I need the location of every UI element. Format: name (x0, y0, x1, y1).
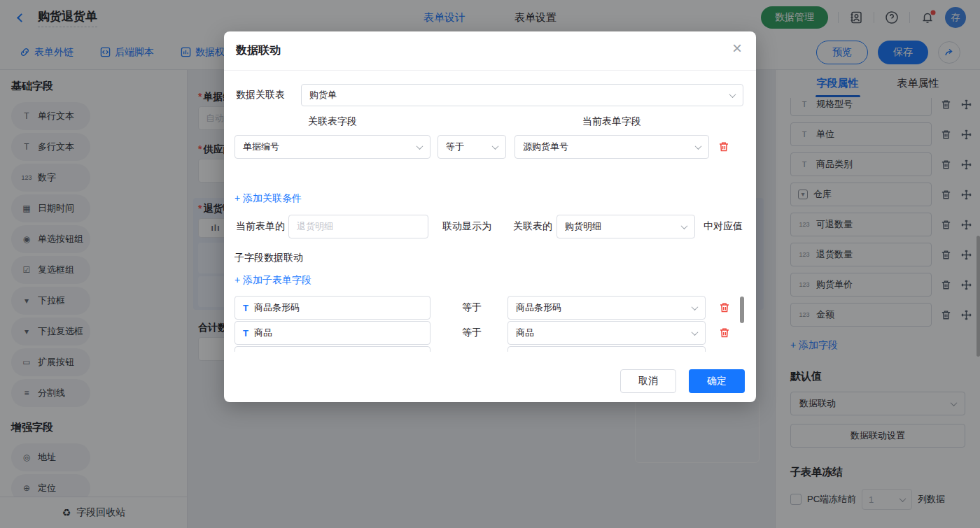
relation-table-select[interactable]: 购货单 (301, 84, 743, 106)
chevron-down-icon (692, 329, 699, 336)
data-linkage-modal: 数据联动 × 数据关联表 购货单 关联表字段 当前表单字段 单据编号 等于 源购… (224, 31, 756, 402)
equals-label: 等于 (462, 327, 482, 339)
display-as-label: 联动显示为 (442, 220, 491, 233)
condition-left-select[interactable]: 单据编号 (234, 135, 430, 159)
add-subfield-link[interactable]: + 添加子表单字段 (234, 274, 312, 287)
condition-operator-select[interactable]: 等于 (438, 135, 506, 159)
subfield-row-partial (234, 346, 746, 352)
corresponding-value-label: 中对应值 (704, 220, 743, 233)
relation-table-label: 数据关联表 (236, 89, 285, 101)
subfield-linkage-title: 子字段数据联动 (234, 252, 303, 264)
current-form-prefix: 当前表单的 (236, 220, 285, 233)
delete-subfield-icon[interactable] (718, 327, 731, 339)
confirm-button[interactable]: 确定 (689, 369, 745, 393)
subfield-right-select[interactable]: 商品条形码 (507, 296, 706, 320)
add-condition-link[interactable]: + 添加关联条件 (234, 192, 302, 205)
chevron-down-icon (729, 91, 736, 98)
relation-detail-select[interactable]: 购货明细 (556, 215, 695, 238)
modal-scrollbar[interactable] (740, 297, 744, 323)
subfield-rows: T商品条形码 等于 商品条形码 T商品 等于 商品 (234, 293, 746, 352)
subfield-right-select[interactable] (507, 346, 706, 352)
subfield-left-box[interactable]: T商品 (234, 321, 430, 345)
modal-header-divider (224, 70, 756, 71)
text-type-icon: T (243, 303, 248, 313)
chevron-down-icon (492, 143, 499, 150)
delete-subfield-icon[interactable] (718, 301, 731, 314)
chevron-down-icon (681, 222, 688, 229)
condition-right-select[interactable]: 源购货单号 (514, 135, 709, 159)
subfield-row: T商品 等于 商品 (234, 321, 746, 345)
chevron-down-icon (695, 143, 702, 150)
chevron-down-icon (692, 304, 699, 311)
close-icon[interactable]: × (732, 40, 742, 57)
col-head-relation-field: 关联表字段 (234, 115, 430, 128)
subfield-row: T商品条形码 等于 商品条形码 (234, 296, 746, 320)
col-head-current-field: 当前表单字段 (514, 115, 709, 128)
modal-title: 数据联动 (236, 43, 281, 58)
text-type-icon: T (243, 328, 248, 338)
subfield-left-box[interactable] (234, 346, 430, 352)
delete-condition-icon[interactable] (718, 141, 730, 153)
subfield-right-select[interactable]: 商品 (507, 321, 706, 345)
cancel-button[interactable]: 取消 (620, 369, 676, 393)
display-field-input[interactable]: 退货明细 (288, 215, 428, 238)
relation-of-label: 关联表的 (513, 220, 552, 233)
chevron-down-icon (416, 143, 424, 150)
subfield-left-box[interactable]: T商品条形码 (234, 296, 430, 320)
equals-label: 等于 (462, 301, 482, 314)
